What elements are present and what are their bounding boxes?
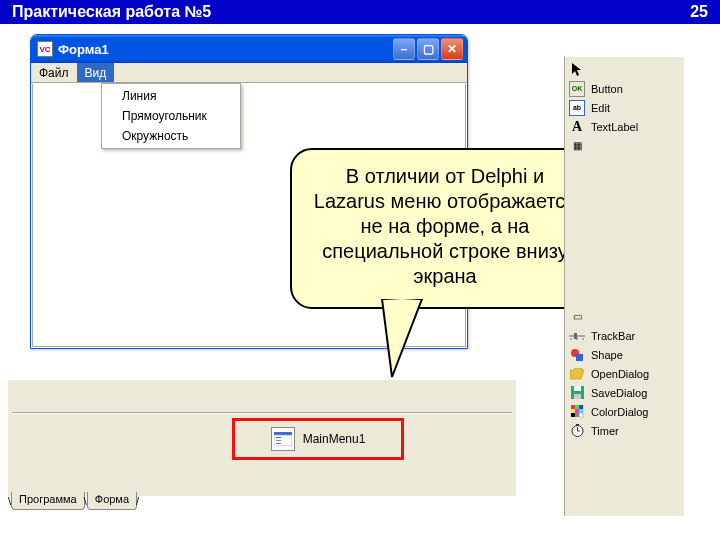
cursor-icon [569,62,585,78]
pal-cursor[interactable] [565,60,684,79]
svg-marker-0 [382,299,422,377]
slide-page: 25 [690,3,708,21]
trackbar-icon [569,328,585,344]
close-button[interactable]: ✕ [441,38,463,60]
callout-bubble: В отличии от Delphi и Lazarus меню отобр… [290,148,600,309]
callout-tail-icon [372,299,432,379]
pal-button[interactable]: OK Button [565,79,684,98]
svg-rect-6 [276,443,281,444]
pal-hidden-10[interactable]: ▭ [565,307,684,326]
svg-rect-13 [576,354,583,361]
svg-rect-20 [571,409,575,413]
svg-rect-15 [574,386,581,391]
pal-trackbar[interactable]: TrackBar [565,326,684,345]
svg-rect-29 [576,424,579,426]
menu-view[interactable]: Вид [77,63,115,82]
svg-rect-19 [579,405,583,409]
pal-label: Button [591,83,623,95]
textlabel-icon: A [569,119,585,135]
pal-label: Timer [591,425,619,437]
shape-icon [569,347,585,363]
svg-rect-21 [575,409,579,413]
pal-timer[interactable]: Timer [565,421,684,440]
designer-tabs: \ Программа \ Форма / [8,492,139,510]
svg-rect-17 [571,405,575,409]
tab-program[interactable]: Программа [11,492,85,510]
slide-header: Практическая работа №5 25 [0,0,720,24]
pal-opendialog[interactable]: OpenDialog [565,364,684,383]
slide-title: Практическая работа №5 [12,3,211,21]
tab-form[interactable]: Форма [87,492,137,510]
generic-icon: ▦ [569,138,585,154]
titlebar[interactable]: VC Форма1 – ▢ ✕ [31,35,467,63]
pal-colordialog[interactable]: ColorDialog [565,402,684,421]
timer-icon [569,423,585,439]
maximize-button[interactable]: ▢ [417,38,439,60]
edit-icon: ab [569,100,585,116]
generic-icon: ▭ [569,309,585,325]
pal-savedialog[interactable]: SaveDialog [565,383,684,402]
pal-label: OpenDialog [591,368,649,380]
colordialog-icon [569,404,585,420]
svg-rect-4 [276,437,281,438]
svg-rect-2 [274,432,292,435]
dd-rect[interactable]: Прямоугольник [104,106,238,126]
mainmenu-icon [271,427,295,451]
pal-label: ColorDialog [591,406,648,418]
minimize-button[interactable]: – [393,38,415,60]
view-dropdown: Линия Прямоугольник Окружность [101,83,241,149]
pal-label: Shape [591,349,623,361]
window-title: Форма1 [58,42,109,57]
pal-hidden-1[interactable]: ▦ [565,136,684,155]
svg-rect-22 [579,409,583,413]
svg-rect-16 [574,394,581,399]
menubar: Файл Вид [31,63,467,83]
separator [12,412,512,413]
pal-label: Edit [591,102,610,114]
svg-rect-5 [276,440,281,441]
dd-line[interactable]: Линия [104,86,238,106]
menu-file[interactable]: Файл [31,63,77,82]
callout-text: В отличии от Delphi и Lazarus меню отобр… [314,165,576,287]
dd-circle[interactable]: Окружность [104,126,238,146]
pal-label: TextLabel [591,121,638,133]
button-icon: OK [569,81,585,97]
mainmenu-component[interactable]: MainMenu1 [232,418,404,460]
svg-rect-24 [575,413,579,417]
pal-label: TrackBar [591,330,635,342]
svg-rect-18 [575,405,579,409]
app-icon: VC [37,41,53,57]
component-palette: OK Button ab Edit A TextLabel ▦ ▭ TrackB… [564,56,684,516]
opendialog-icon [569,366,585,382]
pal-label: SaveDialog [591,387,647,399]
pal-shape[interactable]: Shape [565,345,684,364]
component-label: MainMenu1 [303,432,366,446]
pal-textlabel[interactable]: A TextLabel [565,117,684,136]
pal-edit[interactable]: ab Edit [565,98,684,117]
svg-rect-23 [571,413,575,417]
savedialog-icon [569,385,585,401]
svg-rect-25 [579,413,583,417]
